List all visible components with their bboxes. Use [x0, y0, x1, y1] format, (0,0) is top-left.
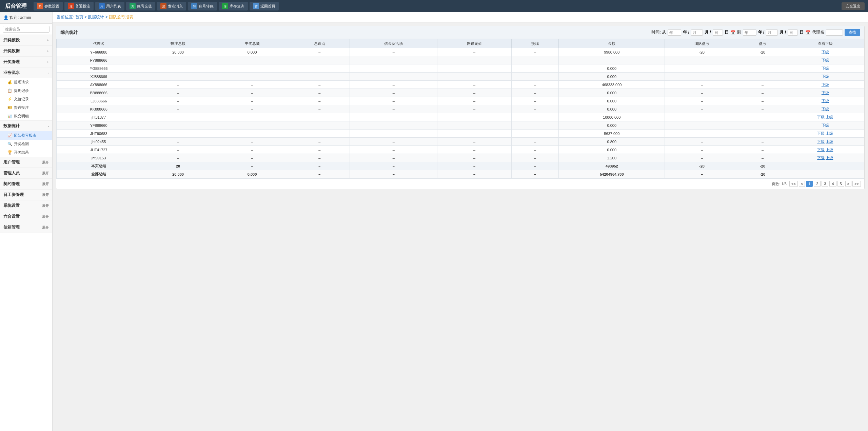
table-row: YG888666 – – – – – – 0.000 – – 下级 — [57, 64, 864, 73]
cell-action[interactable]: 下级 — [786, 105, 864, 113]
cell-rebate: – — [289, 113, 350, 121]
action-link-lower[interactable]: 下级 — [817, 156, 825, 160]
action-link-upper[interactable]: 上级 — [826, 115, 833, 119]
nav-btn-publish-message[interactable]: 消 发布消息 — [157, 2, 186, 11]
sidebar-section-header-liuheshezhi[interactable]: 六合设置 展开 — [0, 211, 52, 222]
cell-borrow: – — [350, 146, 437, 154]
sidebar-section-header-kaijiangguanli[interactable]: 开奖管理 + — [0, 57, 52, 67]
action-link-lower[interactable]: 下级 — [817, 131, 825, 135]
sidebar-section-header-rigongziguanli[interactable]: 日工资管理 展开 — [0, 190, 52, 200]
action-link-upper[interactable]: 上级 — [826, 156, 833, 160]
month2-input[interactable] — [766, 30, 778, 36]
cell-action[interactable]: 下级 — [786, 73, 864, 81]
sidebar-section-header-yewuliushui[interactable]: 业务流水 - — [0, 67, 52, 78]
sidebar-item-tixianjilu[interactable]: 📋 提现记录 — [0, 86, 52, 95]
cell-action[interactable]: 下级 — [786, 64, 864, 73]
search-input[interactable] — [3, 26, 50, 33]
action-link-lower[interactable]: 下级 — [822, 50, 829, 54]
cell-profit: – — [739, 138, 786, 146]
breadcrumb-home[interactable]: 首页 — [75, 15, 83, 19]
calendar-icon[interactable]: 📅 — [730, 30, 735, 35]
cell-action[interactable]: 下级 上级 — [786, 130, 864, 138]
sidebar-section-header-userguanli[interactable]: 用户管理 展开 — [0, 157, 52, 168]
sidebar-item-zhangbianmingxi[interactable]: 📊 帐变明细 — [0, 112, 52, 120]
day1-input[interactable] — [713, 30, 723, 36]
cell-action[interactable]: 下级 — [786, 48, 864, 56]
page-btn-1[interactable]: 1 — [806, 181, 813, 187]
cell-action[interactable]: 下级 — [786, 89, 864, 97]
action-link-lower[interactable]: 下级 — [822, 66, 829, 70]
cell-action[interactable]: 下级 上级 — [786, 154, 864, 162]
page-btn-4[interactable]: 4 — [829, 181, 836, 187]
nav-btn-params-settings[interactable]: ⚙ 参数设置 — [34, 2, 63, 11]
page-btn-last[interactable]: >> — [852, 181, 861, 187]
nav-btn-user-list[interactable]: 用 用户列表 — [95, 2, 124, 11]
sidebar: 👤 欢迎: admin 开奖预设 + 开奖数据 + 开奖管理 + — [0, 12, 53, 431]
sidebar-item-tixianqingqiu[interactable]: 💰 提现请求 — [0, 78, 52, 86]
cell-action[interactable]: 下级 上级 — [786, 146, 864, 154]
action-link-upper[interactable]: 上级 — [826, 148, 833, 152]
nav-btn-account-recharge[interactable]: 充 账号充值 — [126, 2, 155, 11]
inventory-icon: 库 — [222, 3, 228, 9]
sidebar-item-team-profit-report[interactable]: 📈 团队盈亏报表 — [0, 131, 52, 140]
day2-input[interactable] — [788, 30, 798, 36]
sidebar-item-putongtoubao[interactable]: 🎫 普通投注 — [0, 103, 52, 112]
action-link-lower[interactable]: 下级 — [822, 107, 829, 111]
year1-input[interactable] — [668, 30, 681, 36]
action-link-lower[interactable]: 下级 — [817, 148, 825, 152]
breadcrumb-data-stats[interactable]: 数据统计 — [88, 15, 104, 19]
action-link-lower[interactable]: 下级 — [822, 123, 829, 127]
cell-rebate: – — [289, 105, 350, 113]
cell-action[interactable]: 下级 — [786, 97, 864, 105]
action-link-lower[interactable]: 下级 — [822, 58, 829, 62]
sidebar-item-kaijiangjiance[interactable]: 🔍 开奖检测 — [0, 140, 52, 148]
sidebar-section-header-kaijiangyushe[interactable]: 开奖预设 + — [0, 35, 52, 45]
total-borrow: – — [350, 170, 437, 178]
logout-button[interactable]: 安全退出 — [842, 2, 865, 10]
page-btn-3[interactable]: 3 — [822, 181, 828, 187]
sidebar-item-kaijiangresult[interactable]: 🏆 开奖结果 — [0, 148, 52, 157]
cell-amount: 5637.000 — [559, 130, 665, 138]
cell-action[interactable]: 下级 — [786, 56, 864, 64]
sidebar-item-chongzhijilu[interactable]: ⚡ 充值记录 — [0, 95, 52, 103]
action-link-upper[interactable]: 上级 — [826, 131, 833, 135]
action-link-lower[interactable]: 下级 — [822, 74, 829, 78]
agent-input[interactable] — [826, 30, 843, 36]
page-btn-5[interactable]: 5 — [837, 181, 844, 187]
action-link-lower[interactable]: 下级 — [817, 139, 825, 143]
sidebar-section-header-shujutongji[interactable]: 数据统计 - — [0, 121, 52, 131]
cell-action[interactable]: 下级 上级 — [786, 138, 864, 146]
nav-btn-normal-bet[interactable]: 注 普通投注 — [64, 2, 94, 11]
action-link-upper[interactable]: 上级 — [826, 139, 833, 143]
cell-borrow: – — [350, 64, 437, 73]
cell-action[interactable]: 下级 — [786, 121, 864, 130]
cell-action[interactable]: 下级 上级 — [786, 113, 864, 121]
page-btn-2[interactable]: 2 — [814, 181, 821, 187]
nav-btn-inventory[interactable]: 库 库存查询 — [219, 2, 248, 11]
cell-agent: YF888660 — [57, 121, 141, 130]
sum-bet: 20 — [141, 162, 215, 170]
search-button[interactable]: 查找 — [845, 29, 860, 36]
sidebar-section-header-xitongshezhi[interactable]: 系统设置 展开 — [0, 200, 52, 211]
page-btn-first[interactable]: << — [789, 181, 798, 187]
cell-agent: jht02455 — [57, 138, 141, 146]
calendar-icon2[interactable]: 📅 — [805, 30, 810, 35]
nav-btn-home[interactable]: 首 返回首页 — [250, 2, 279, 11]
sidebar-section-header-guanlirenYuan[interactable]: 管理人员 展开 — [0, 168, 52, 178]
sidebar-section-header-xinxiangguanli[interactable]: 信箱管理 展开 — [0, 222, 52, 233]
cell-action[interactable]: 下级 — [786, 81, 864, 89]
svg-text:用: 用 — [100, 5, 103, 8]
sidebar-section-header-qiyueguanli[interactable]: 契约管理 展开 — [0, 179, 52, 189]
nav-btn-account-transfer[interactable]: 转 账号转账 — [188, 2, 217, 11]
sidebar-section-header-kaijiangshuju[interactable]: 开奖数据 + — [0, 46, 52, 56]
action-link-lower[interactable]: 下级 — [822, 99, 829, 103]
action-link-lower[interactable]: 下级 — [822, 91, 829, 95]
year2-input[interactable] — [743, 30, 756, 36]
action-link-lower[interactable]: 下级 — [822, 82, 829, 86]
page-btn-prev[interactable]: < — [799, 181, 805, 187]
content-area: 当前位置: 首页 > 数据统计 > 团队盈亏报表 综合统计 时间: 从 年 / … — [53, 12, 868, 431]
cell-amount: 0.000 — [559, 89, 665, 97]
page-btn-next[interactable]: > — [845, 181, 851, 187]
action-link-lower[interactable]: 下级 — [817, 115, 825, 119]
month1-input[interactable] — [691, 30, 703, 36]
